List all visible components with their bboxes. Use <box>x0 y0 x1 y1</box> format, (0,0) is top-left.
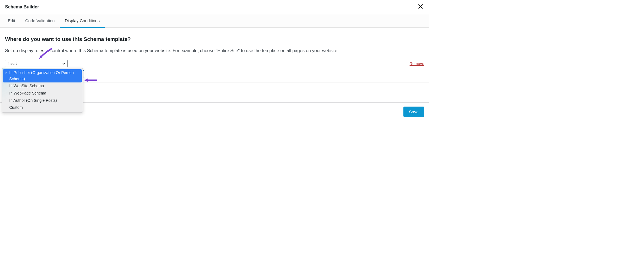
annotation-arrow-icon <box>83 78 97 83</box>
dropdown-option-custom[interactable]: Custom <box>3 104 82 111</box>
chevron-down-icon <box>62 62 65 65</box>
rule-row: Insert In Publisher (Organization Or Per… <box>5 60 424 67</box>
row-divider <box>83 82 429 82</box>
dropdown-option-publisher[interactable]: In Publisher (Organization Or Person Sch… <box>3 69 82 82</box>
section-heading: Where do you want to use this Schema tem… <box>5 36 424 42</box>
remove-link[interactable]: Remove <box>410 61 424 66</box>
modal-title: Schema Builder <box>5 4 39 10</box>
select-wrapper: Insert In Publisher (Organization Or Per… <box>5 60 68 67</box>
insert-select[interactable]: Insert <box>5 60 68 67</box>
dropdown-option-website[interactable]: In WebSite Schema <box>3 82 82 90</box>
close-icon[interactable] <box>417 3 424 11</box>
tab-edit[interactable]: Edit <box>3 14 20 28</box>
select-value: Insert <box>8 61 17 66</box>
dropdown-option-webpage[interactable]: In WebPage Schema <box>3 90 82 97</box>
tab-display-conditions[interactable]: Display Conditions <box>60 14 105 28</box>
tab-code-validation[interactable]: Code Validation <box>20 14 60 28</box>
content-area: Where do you want to use this Schema tem… <box>0 28 429 72</box>
save-button[interactable]: Save <box>403 107 424 117</box>
modal-header: Schema Builder <box>0 0 429 14</box>
section-description: Set up display rules to control where th… <box>5 47 424 54</box>
tab-bar: Edit Code Validation Display Conditions <box>0 14 429 28</box>
footer: Save <box>403 107 424 117</box>
annotation-arrow-icon <box>37 48 53 59</box>
insert-dropdown: In Publisher (Organization Or Person Sch… <box>2 68 83 113</box>
dropdown-option-author[interactable]: In Author (On Single Posts) <box>3 97 82 104</box>
